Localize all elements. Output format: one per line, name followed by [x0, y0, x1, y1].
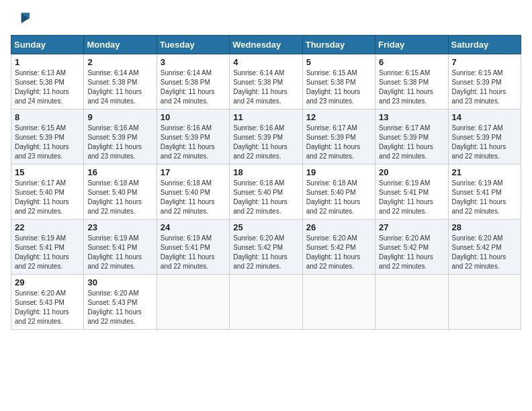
day-info: Sunrise: 6:19 AM Sunset: 5:41 PM Dayligh…	[452, 179, 518, 216]
weekday-header-row: SundayMondayTuesdayWednesdayThursdayFrid…	[11, 36, 521, 54]
day-info: Sunrise: 6:19 AM Sunset: 5:41 PM Dayligh…	[15, 234, 81, 271]
day-info: Sunrise: 6:15 AM Sunset: 5:38 PM Dayligh…	[306, 68, 372, 106]
day-info: Sunrise: 6:20 AM Sunset: 5:43 PM Dayligh…	[87, 289, 153, 326]
day-number: 14	[452, 112, 518, 122]
calendar-day-cell: 3Sunrise: 6:14 AM Sunset: 5:38 PM Daylig…	[157, 54, 229, 109]
day-number: 2	[87, 57, 153, 67]
day-number: 18	[233, 167, 299, 177]
calendar-day-cell: 27Sunrise: 6:20 AM Sunset: 5:42 PM Dayli…	[375, 220, 448, 275]
calendar-day-cell: 18Sunrise: 6:18 AM Sunset: 5:40 PM Dayli…	[230, 165, 302, 220]
day-number: 20	[379, 167, 445, 177]
day-number: 12	[306, 112, 372, 122]
day-info: Sunrise: 6:18 AM Sunset: 5:40 PM Dayligh…	[233, 179, 299, 216]
calendar-day-cell: 6Sunrise: 6:15 AM Sunset: 5:38 PM Daylig…	[375, 54, 448, 109]
day-info: Sunrise: 6:15 AM Sunset: 5:39 PM Dayligh…	[15, 124, 81, 161]
calendar-day-cell: 15Sunrise: 6:17 AM Sunset: 5:40 PM Dayli…	[11, 165, 84, 220]
weekday-header-thursday: Thursday	[302, 36, 375, 54]
day-info: Sunrise: 6:15 AM Sunset: 5:39 PM Dayligh…	[452, 68, 518, 106]
calendar-day-cell: 11Sunrise: 6:16 AM Sunset: 5:39 PM Dayli…	[230, 109, 302, 165]
day-info: Sunrise: 6:19 AM Sunset: 5:41 PM Dayligh…	[87, 234, 153, 271]
day-info: Sunrise: 6:15 AM Sunset: 5:38 PM Dayligh…	[379, 68, 445, 106]
day-info: Sunrise: 6:20 AM Sunset: 5:42 PM Dayligh…	[452, 234, 518, 271]
day-number: 11	[233, 112, 299, 122]
weekday-header-monday: Monday	[84, 36, 157, 54]
calendar-week-row: 15Sunrise: 6:17 AM Sunset: 5:40 PM Dayli…	[11, 165, 521, 220]
page-header	[11, 11, 521, 30]
calendar-day-cell: 23Sunrise: 6:19 AM Sunset: 5:41 PM Dayli…	[84, 220, 157, 275]
day-number: 29	[15, 277, 81, 287]
calendar-day-cell: 30Sunrise: 6:20 AM Sunset: 5:43 PM Dayli…	[84, 275, 157, 330]
day-number: 27	[379, 222, 445, 232]
day-number: 3	[161, 57, 226, 67]
day-number: 6	[379, 57, 445, 67]
calendar-day-cell: 22Sunrise: 6:19 AM Sunset: 5:41 PM Dayli…	[11, 220, 84, 275]
day-info: Sunrise: 6:19 AM Sunset: 5:41 PM Dayligh…	[161, 234, 226, 271]
calendar-week-row: 8Sunrise: 6:15 AM Sunset: 5:39 PM Daylig…	[11, 109, 521, 165]
day-info: Sunrise: 6:16 AM Sunset: 5:39 PM Dayligh…	[233, 124, 299, 161]
day-info: Sunrise: 6:20 AM Sunset: 5:42 PM Dayligh…	[306, 234, 372, 271]
weekday-header-friday: Friday	[375, 36, 448, 54]
day-info: Sunrise: 6:14 AM Sunset: 5:38 PM Dayligh…	[233, 68, 299, 106]
day-number: 19	[306, 167, 372, 177]
calendar-day-cell	[230, 275, 302, 330]
weekday-header-sunday: Sunday	[11, 36, 84, 54]
day-info: Sunrise: 6:18 AM Sunset: 5:40 PM Dayligh…	[161, 179, 226, 216]
weekday-header-wednesday: Wednesday	[230, 36, 302, 54]
calendar-day-cell: 26Sunrise: 6:20 AM Sunset: 5:42 PM Dayli…	[302, 220, 375, 275]
day-number: 28	[452, 222, 518, 232]
day-info: Sunrise: 6:18 AM Sunset: 5:40 PM Dayligh…	[306, 179, 372, 216]
day-info: Sunrise: 6:13 AM Sunset: 5:38 PM Dayligh…	[15, 68, 81, 106]
day-number: 21	[452, 167, 518, 177]
calendar-day-cell: 20Sunrise: 6:19 AM Sunset: 5:41 PM Dayli…	[375, 165, 448, 220]
calendar-day-cell: 28Sunrise: 6:20 AM Sunset: 5:42 PM Dayli…	[448, 220, 521, 275]
day-info: Sunrise: 6:14 AM Sunset: 5:38 PM Dayligh…	[87, 68, 153, 106]
day-number: 25	[233, 222, 299, 232]
day-number: 24	[161, 222, 226, 232]
day-info: Sunrise: 6:20 AM Sunset: 5:42 PM Dayligh…	[379, 234, 445, 271]
day-number: 8	[15, 112, 81, 122]
day-number: 16	[87, 167, 153, 177]
day-number: 30	[87, 277, 153, 287]
calendar-day-cell: 13Sunrise: 6:17 AM Sunset: 5:39 PM Dayli…	[375, 109, 448, 165]
calendar-day-cell	[157, 275, 229, 330]
day-number: 26	[306, 222, 372, 232]
day-info: Sunrise: 6:20 AM Sunset: 5:42 PM Dayligh…	[233, 234, 299, 271]
day-number: 4	[233, 57, 299, 67]
calendar-week-row: 29Sunrise: 6:20 AM Sunset: 5:43 PM Dayli…	[11, 275, 521, 330]
calendar-day-cell	[448, 275, 521, 330]
day-info: Sunrise: 6:16 AM Sunset: 5:39 PM Dayligh…	[87, 124, 153, 161]
day-info: Sunrise: 6:17 AM Sunset: 5:39 PM Dayligh…	[379, 124, 445, 161]
calendar-day-cell: 1Sunrise: 6:13 AM Sunset: 5:38 PM Daylig…	[11, 54, 84, 109]
day-info: Sunrise: 6:14 AM Sunset: 5:38 PM Dayligh…	[161, 68, 226, 106]
day-number: 23	[87, 222, 153, 232]
day-info: Sunrise: 6:19 AM Sunset: 5:41 PM Dayligh…	[379, 179, 445, 216]
day-info: Sunrise: 6:17 AM Sunset: 5:40 PM Dayligh…	[15, 179, 81, 216]
calendar-day-cell: 21Sunrise: 6:19 AM Sunset: 5:41 PM Dayli…	[448, 165, 521, 220]
day-number: 17	[161, 167, 226, 177]
calendar-day-cell: 16Sunrise: 6:18 AM Sunset: 5:40 PM Dayli…	[84, 165, 157, 220]
calendar-day-cell: 8Sunrise: 6:15 AM Sunset: 5:39 PM Daylig…	[11, 109, 84, 165]
weekday-header-tuesday: Tuesday	[157, 36, 229, 54]
calendar-day-cell: 24Sunrise: 6:19 AM Sunset: 5:41 PM Dayli…	[157, 220, 229, 275]
day-number: 13	[379, 112, 445, 122]
calendar-day-cell: 10Sunrise: 6:16 AM Sunset: 5:39 PM Dayli…	[157, 109, 229, 165]
calendar-day-cell	[302, 275, 375, 330]
calendar-day-cell: 12Sunrise: 6:17 AM Sunset: 5:39 PM Dayli…	[302, 109, 375, 165]
day-number: 22	[15, 222, 81, 232]
calendar-day-cell: 17Sunrise: 6:18 AM Sunset: 5:40 PM Dayli…	[157, 165, 229, 220]
logo	[11, 11, 32, 30]
logo-icon	[11, 11, 30, 30]
calendar-day-cell: 7Sunrise: 6:15 AM Sunset: 5:39 PM Daylig…	[448, 54, 521, 109]
weekday-header-saturday: Saturday	[448, 36, 521, 54]
day-number: 15	[15, 167, 81, 177]
day-number: 1	[15, 57, 81, 67]
day-info: Sunrise: 6:18 AM Sunset: 5:40 PM Dayligh…	[87, 179, 153, 216]
calendar-table: SundayMondayTuesdayWednesdayThursdayFrid…	[11, 35, 521, 330]
calendar-day-cell	[375, 275, 448, 330]
calendar-week-row: 1Sunrise: 6:13 AM Sunset: 5:38 PM Daylig…	[11, 54, 521, 109]
day-info: Sunrise: 6:17 AM Sunset: 5:39 PM Dayligh…	[452, 124, 518, 161]
day-number: 9	[87, 112, 153, 122]
calendar-day-cell: 29Sunrise: 6:20 AM Sunset: 5:43 PM Dayli…	[11, 275, 84, 330]
day-number: 10	[161, 112, 226, 122]
day-info: Sunrise: 6:16 AM Sunset: 5:39 PM Dayligh…	[161, 124, 226, 161]
